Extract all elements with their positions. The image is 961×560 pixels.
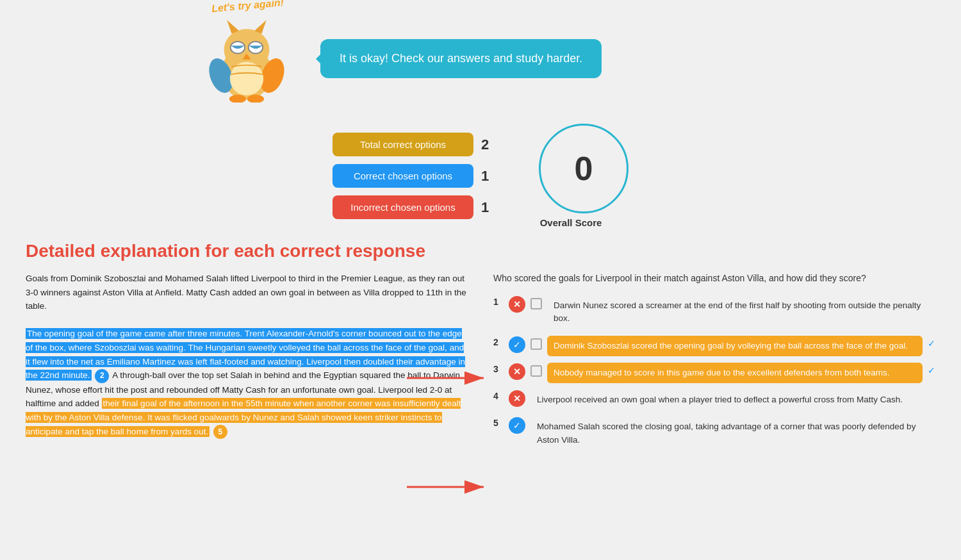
answer-item-2: 2 ✓ Dominik Szoboszlai scored the openin… [493, 336, 935, 356]
owl-container: Let's try again! [205, 13, 308, 104]
total-correct-badge: Total correct options [333, 133, 473, 156]
num-badge-2: 2 [95, 369, 109, 383]
right-panel: Who scored the goals for Liverpool in th… [493, 272, 935, 450]
incorrect-chosen-value: 1 [481, 199, 494, 216]
num-badge-5: 5 [213, 425, 227, 439]
answer-item-5: 5 ✓ Mohamed Salah scored the closing goa… [493, 416, 935, 450]
left-panel: Goals from Dominik Szoboszlai and Mohame… [26, 272, 468, 450]
correct-icon-5: ✓ [509, 417, 525, 434]
answer-num-2: 2 [493, 337, 504, 347]
total-correct-value: 2 [481, 136, 494, 153]
total-correct-row: Total correct options 2 [333, 133, 494, 156]
correct-icon-2: ✓ [509, 336, 525, 353]
answer-item-3: 3 ✕ Nobody managed to score in this game… [493, 363, 935, 383]
incorrect-icon-4: ✕ [509, 390, 525, 407]
score-number: 0 [575, 152, 593, 185]
speech-text: It is okay! Check our answers and study … [340, 52, 582, 65]
answer-text-1: Darwin Nunez scored a screamer at the en… [547, 295, 935, 329]
incorrect-icon-3: ✕ [509, 363, 525, 380]
correct-chosen-row: Correct chosen options 1 [333, 164, 494, 188]
score-circle: 0 [539, 124, 628, 213]
answer-list: 1 ✕ Darwin Nunez scored a screamer at th… [493, 295, 935, 450]
correct-chosen-badge: Correct chosen options [333, 164, 473, 188]
answer-num-5: 5 [493, 418, 504, 428]
score-area: 0 Overall Score [513, 124, 628, 228]
answer-text-2: Dominik Szoboszlai scored the opening go… [547, 336, 923, 356]
answer-num-3: 3 [493, 364, 504, 374]
correct-chosen-value: 1 [481, 168, 494, 185]
incorrect-chosen-badge: Incorrect chosen options [333, 195, 473, 219]
answer-text-3: Nobody managed to score in this game due… [547, 363, 923, 383]
checkbox-2[interactable] [530, 338, 542, 350]
overall-score-label: Overall Score [540, 217, 602, 228]
stats-section: Total correct options 2 Correct chosen o… [26, 124, 935, 228]
incorrect-icon-1: ✕ [509, 296, 525, 313]
check-mark-3: ✓ [928, 365, 935, 375]
answer-num-1: 1 [493, 297, 504, 307]
stats-labels: Total correct options 2 Correct chosen o… [333, 133, 494, 219]
passage-body: The opening goal of the game came after … [26, 327, 468, 439]
answer-item-1: 1 ✕ Darwin Nunez scored a screamer at th… [493, 295, 935, 329]
question-text: Who scored the goals for Liverpool in th… [493, 272, 935, 285]
answer-item-4: 4 ✕ Liverpool received an own goal when … [493, 390, 935, 410]
check-mark-2: ✓ [928, 338, 935, 349]
header-section: Let's try again! [26, 13, 935, 104]
checkbox-1[interactable] [530, 298, 542, 309]
owl-illustration [205, 13, 288, 103]
answer-num-4: 4 [493, 391, 504, 401]
main-content: Goals from Dominik Szoboszlai and Mohame… [26, 272, 935, 450]
speech-bubble: It is okay! Check our answers and study … [320, 39, 602, 78]
answer-text-4: Liverpool received an own goal when a pl… [530, 390, 935, 410]
passage-intro: Goals from Dominik Szoboszlai and Mohame… [26, 272, 468, 313]
svg-point-11 [230, 62, 263, 95]
answer-text-5: Mohamed Salah scored the closing goal, t… [530, 416, 935, 450]
incorrect-chosen-row: Incorrect chosen options 1 [333, 195, 494, 219]
explanation-heading: Detailed explanation for each correct re… [26, 241, 935, 261]
checkbox-3[interactable] [530, 365, 542, 377]
